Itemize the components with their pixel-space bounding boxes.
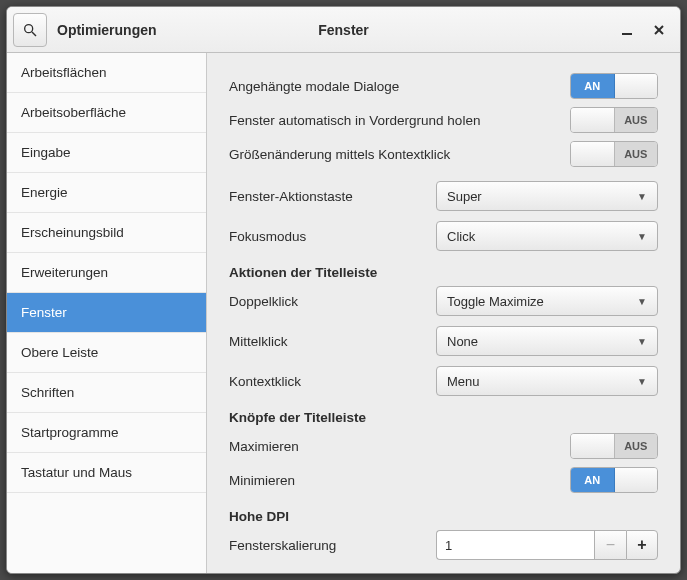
- close-button[interactable]: [650, 21, 668, 39]
- titlebar-buttons-header: Knöpfe der Titelleiste: [229, 410, 658, 425]
- maximize-toggle[interactable]: AUS: [570, 433, 658, 459]
- resize-context-toggle[interactable]: AUS: [570, 141, 658, 167]
- middle-click-label: Mittelklick: [229, 334, 436, 349]
- sidebar-item-energie[interactable]: Energie: [7, 173, 206, 213]
- auto-raise-toggle[interactable]: AUS: [570, 107, 658, 133]
- window-controls: [618, 21, 674, 39]
- titlebar-actions-header: Aktionen der Titelleiste: [229, 265, 658, 280]
- auto-raise-label: Fenster automatisch in Vordergrund holen: [229, 113, 570, 128]
- sidebar-item-tastatur-und-maus[interactable]: Tastatur und Maus: [7, 453, 206, 493]
- titlebar: Optimierungen Fenster: [7, 7, 680, 53]
- hidpi-header: Hohe DPI: [229, 509, 658, 524]
- svg-point-0: [25, 24, 33, 32]
- sidebar-item-schriften[interactable]: Schriften: [7, 373, 206, 413]
- window-scaling-input[interactable]: 1: [436, 530, 594, 560]
- double-click-label: Doppelklick: [229, 294, 436, 309]
- page-title: Fenster: [318, 22, 369, 38]
- window-scaling-stepper: 1 − +: [436, 530, 658, 560]
- double-click-dropdown[interactable]: Toggle Maximize ▼: [436, 286, 658, 316]
- search-button[interactable]: [13, 13, 47, 47]
- window-scaling-increase[interactable]: +: [626, 530, 658, 560]
- middle-click-dropdown[interactable]: None ▼: [436, 326, 658, 356]
- context-click-label: Kontextklick: [229, 374, 436, 389]
- sidebar-item-erscheinungsbild[interactable]: Erscheinungsbild: [7, 213, 206, 253]
- sidebar-item-erweiterungen[interactable]: Erweiterungen: [7, 253, 206, 293]
- window-scaling-label: Fensterskalierung: [229, 538, 436, 553]
- sidebar-item-eingabe[interactable]: Eingabe: [7, 133, 206, 173]
- maximize-label: Maximieren: [229, 439, 570, 454]
- sidebar: ArbeitsflächenArbeitsoberflächeEingabeEn…: [7, 53, 207, 573]
- window-scaling-decrease[interactable]: −: [594, 530, 626, 560]
- sidebar-item-arbeitsflächen[interactable]: Arbeitsflächen: [7, 53, 206, 93]
- focus-mode-dropdown[interactable]: Click ▼: [436, 221, 658, 251]
- minimize-toggle[interactable]: AN: [570, 467, 658, 493]
- sidebar-item-obere-leiste[interactable]: Obere Leiste: [7, 333, 206, 373]
- resize-context-label: Größenänderung mittels Kontextklick: [229, 147, 570, 162]
- sidebar-item-fenster[interactable]: Fenster: [7, 293, 206, 333]
- body: ArbeitsflächenArbeitsoberflächeEingabeEn…: [7, 53, 680, 573]
- window-action-key-dropdown[interactable]: Super ▼: [436, 181, 658, 211]
- window-action-key-label: Fenster-Aktionstaste: [229, 189, 436, 204]
- minimize-button[interactable]: [618, 21, 636, 39]
- focus-mode-label: Fokusmodus: [229, 229, 436, 244]
- app-title: Optimierungen: [57, 22, 157, 38]
- chevron-down-icon: ▼: [637, 296, 647, 307]
- search-icon: [22, 22, 38, 38]
- context-click-dropdown[interactable]: Menu ▼: [436, 366, 658, 396]
- chevron-down-icon: ▼: [637, 231, 647, 242]
- sidebar-item-arbeitsoberfläche[interactable]: Arbeitsoberfläche: [7, 93, 206, 133]
- sidebar-item-startprogramme[interactable]: Startprogramme: [7, 413, 206, 453]
- attached-modal-dialogs-label: Angehängte modale Dialoge: [229, 79, 570, 94]
- chevron-down-icon: ▼: [637, 336, 647, 347]
- chevron-down-icon: ▼: [637, 191, 647, 202]
- content: Angehängte modale Dialoge AN Fenster aut…: [207, 53, 680, 573]
- svg-line-1: [32, 32, 36, 36]
- attached-modal-dialogs-toggle[interactable]: AN: [570, 73, 658, 99]
- minimize-label: Minimieren: [229, 473, 570, 488]
- tweaks-window: Optimierungen Fenster ArbeitsflächenArbe…: [6, 6, 681, 574]
- chevron-down-icon: ▼: [637, 376, 647, 387]
